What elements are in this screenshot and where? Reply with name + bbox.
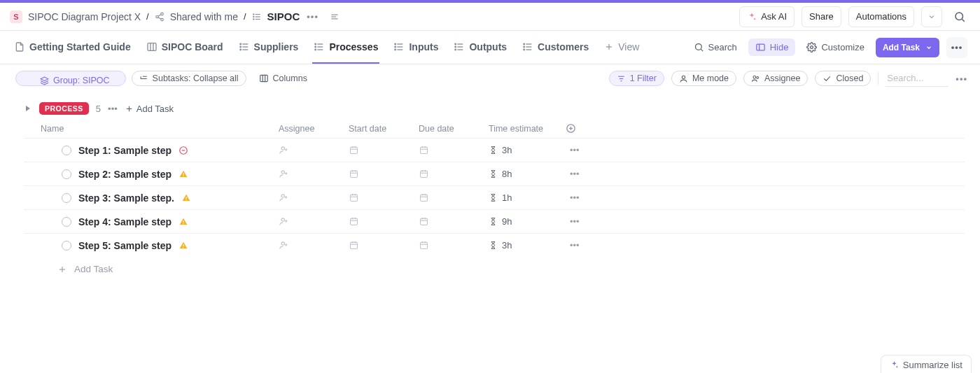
start-date-cell[interactable] [349,216,419,227]
assignee-cell[interactable] [279,240,349,251]
svg-point-32 [395,43,396,45]
assignee-cell[interactable] [279,192,349,203]
assignee-chip[interactable]: Assignee [743,71,808,86]
me-mode-chip[interactable]: Me mode [671,71,736,86]
ask-ai-button[interactable]: Ask AI [739,6,794,27]
global-search-button[interactable] [949,6,970,27]
due-date-cell[interactable] [419,169,489,179]
status-toggle[interactable] [62,193,71,203]
priority-icon[interactable] [181,193,191,203]
group-badge[interactable]: PROCESS [39,102,89,115]
search-icon [953,10,966,23]
due-date-cell[interactable] [419,192,489,203]
time-estimate-cell[interactable]: 8h [489,169,566,179]
time-estimate-cell[interactable]: 1h [489,192,566,203]
board-icon [146,41,158,52]
search-button[interactable]: Search [690,39,741,55]
add-task-row[interactable]: Add Task [24,257,965,281]
breadcrumb-more-icon[interactable]: ••• [305,11,320,22]
table-row[interactable]: Step 2: Sample step8h••• [24,162,965,185]
tab-outputs[interactable]: Outputs [452,31,508,64]
row-more-icon[interactable]: ••• [566,145,601,155]
status-toggle[interactable] [62,169,71,179]
time-estimate-cell[interactable]: 3h [489,240,566,251]
subtasks-chip[interactable]: Subtasks: Collapse all [132,71,246,86]
group-chip[interactable]: Group: SIPOC [15,71,126,86]
table-row[interactable]: Step 4: Sample step9h••• [24,209,965,233]
tab-inputs[interactable]: Inputs [392,31,440,64]
tab-label: Outputs [469,41,507,52]
assignee-cell[interactable] [279,169,349,179]
svg-point-61 [682,76,685,78]
task-name[interactable]: Step 1: Sample step [78,145,172,156]
group-collapse-toggle[interactable] [24,104,32,113]
svg-rect-96 [186,197,186,199]
task-name[interactable]: Step 4: Sample step [78,216,172,227]
start-date-cell[interactable] [349,192,419,203]
row-more-icon[interactable]: ••• [566,240,601,251]
group-more-icon[interactable]: ••• [108,104,118,114]
filter-chip[interactable]: 1 Filter [609,71,664,86]
columns-chip[interactable]: Columns [252,71,314,85]
svg-rect-83 [183,173,183,175]
due-date-cell[interactable] [419,216,489,227]
table-row[interactable]: Step 5: Sample step3h••• [24,233,965,257]
share-button[interactable]: Share [802,6,841,27]
menu-icon[interactable] [330,12,340,22]
task-name[interactable]: Step 5: Sample step [78,240,172,251]
list-icon [252,12,262,22]
toolbar-more-icon[interactable]: ••• [955,73,967,84]
due-date-cell[interactable] [419,145,489,155]
tab-sipoc-board[interactable]: SIPOC Board [145,31,225,64]
table-row[interactable]: Step 3: Sample step.1h••• [24,185,965,209]
col-start[interactable]: Start date [349,124,419,134]
col-time[interactable]: Time estimate [489,124,566,134]
col-assignee[interactable]: Assignee [279,124,349,134]
automations-button[interactable]: Automations [848,6,914,27]
row-more-icon[interactable]: ••• [566,192,601,203]
col-due[interactable]: Due date [419,124,489,134]
add-view-button[interactable]: View [603,31,640,64]
hide-button[interactable]: Hide [748,38,796,56]
more-options-button[interactable]: ••• [946,37,967,58]
group-add-task[interactable]: Add Task [125,104,174,114]
tab-customers[interactable]: Customers [521,31,590,64]
table-row[interactable]: Step 1: Sample step3h••• [24,138,965,162]
tab-processes[interactable]: Processes [312,31,379,64]
tab-getting-started-guide[interactable]: Getting Started Guide [13,31,132,64]
add-view-label: View [618,41,639,52]
assignee-cell[interactable] [279,216,349,227]
start-date-cell[interactable] [349,240,419,251]
svg-rect-118 [421,218,428,225]
time-estimate-cell[interactable]: 9h [489,216,566,227]
col-name[interactable]: Name [41,124,279,134]
start-date-cell[interactable] [349,145,419,155]
add-task-button[interactable]: Add Task [876,38,939,57]
priority-icon[interactable] [178,217,188,227]
list-search[interactable] [886,70,948,87]
automations-dropdown-button[interactable] [921,6,942,27]
svg-point-20 [239,43,241,45]
task-name[interactable]: Step 2: Sample step [78,169,172,180]
breadcrumb-project[interactable]: SIPOC Diagram Project X [28,11,141,22]
status-toggle[interactable] [62,217,71,227]
customize-button[interactable]: Customize [802,39,868,55]
start-date-cell[interactable] [349,169,419,179]
closed-chip[interactable]: Closed [815,71,871,86]
row-more-icon[interactable]: ••• [566,216,601,227]
priority-icon[interactable] [178,241,188,251]
time-estimate-cell[interactable]: 3h [489,145,566,155]
status-toggle[interactable] [62,146,71,155]
assignee-cell[interactable] [279,145,349,155]
add-column-button[interactable] [566,123,601,134]
task-name[interactable]: Step 3: Sample step. [78,192,174,204]
breadcrumb-shared[interactable]: Shared with me [170,11,238,22]
list-search-input[interactable] [886,70,948,87]
priority-icon[interactable] [178,169,188,179]
priority-icon[interactable] [178,146,188,155]
breadcrumb-current[interactable]: SIPOC [267,10,300,22]
row-more-icon[interactable]: ••• [566,169,601,179]
due-date-cell[interactable] [419,240,489,251]
status-toggle[interactable] [62,241,71,251]
tab-suppliers[interactable]: Suppliers [237,31,300,64]
